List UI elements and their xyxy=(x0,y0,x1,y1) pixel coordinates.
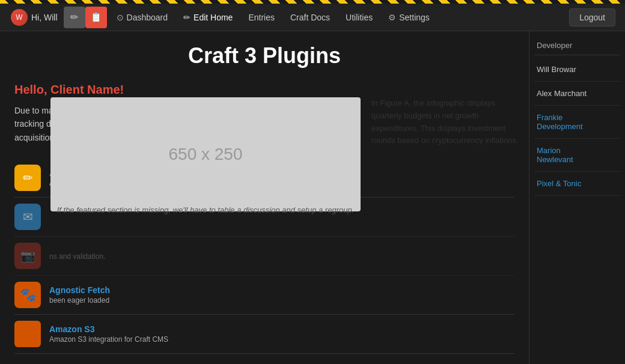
content-area: Craft 3 Plugins Hello, Client Name! Due … xyxy=(0,31,529,364)
logout-button[interactable]: Logout xyxy=(569,8,615,26)
plugin-desc-agnostic: been eager loaded xyxy=(49,296,514,305)
greeting-text: Hi, Will xyxy=(31,13,58,22)
entries-label: Entries xyxy=(248,13,275,22)
developer-name-2: Alex Marchant xyxy=(534,82,620,106)
nav-settings[interactable]: ⚙ Settings xyxy=(381,9,437,26)
dashboard-icon: ⊙ xyxy=(117,13,124,22)
nav-dashboard[interactable]: ⊙ Dashboard xyxy=(109,9,175,26)
developer-column-header: Developer xyxy=(534,36,620,55)
navbar: W Hi, Will ✏ 📋 ⊙ Dashboard ✏ Edit Home E… xyxy=(0,4,625,31)
cms-icon-btn[interactable]: 📋 xyxy=(85,7,107,28)
developer-name-3: FrankieDevelopment xyxy=(534,106,620,139)
agnostic-icon: 🐾 xyxy=(20,287,36,303)
main-content: Craft 3 Plugins Hello, Client Name! Due … xyxy=(0,31,625,364)
craft-docs-label: Craft Docs xyxy=(290,13,330,22)
right-panel: Developer Will Browar Alex Marchant Fran… xyxy=(529,31,625,364)
plugin-name-agnostic: Agnostic Fetch xyxy=(49,285,514,295)
plugin-item-amazon: Amazon S3 Amazon S3 integration for Craf… xyxy=(14,315,514,354)
plugin-desc-amazon: Amazon S3 integration for Craft CMS xyxy=(49,335,514,344)
settings-label: Settings xyxy=(399,13,430,22)
edit-home-icon: ✏ xyxy=(183,13,191,22)
plugin-icon-adminbar: ✏ xyxy=(14,165,41,191)
image-placeholder-modal: 650 x 250 xyxy=(50,97,361,211)
cms-icon: 📋 xyxy=(90,11,102,23)
plugin-item-3: 📷 ns and validation. xyxy=(14,237,514,276)
nav-utilities[interactable]: Utilities xyxy=(338,9,380,26)
edit-home-label: Edit Home xyxy=(194,13,233,22)
developer-name-1: Will Browar xyxy=(534,58,620,82)
placeholder-dimensions: 650 x 250 xyxy=(169,145,243,164)
utilities-label: Utilities xyxy=(346,13,373,22)
plugin-icon-agnostic: 🐾 xyxy=(14,282,41,308)
adminbar-icon: ✏ xyxy=(23,171,33,185)
plugin-icon-3: 📷 xyxy=(14,243,41,269)
plugin-desc-3: ns and validation. xyxy=(49,252,514,261)
greeting-heading: Hello, Client Name! xyxy=(14,83,514,97)
avatar: W xyxy=(11,9,28,26)
pencil-icon-btn[interactable]: ✏ xyxy=(64,7,85,28)
plugin-item-agnostic: 🐾 Agnostic Fetch been eager loaded xyxy=(14,276,514,315)
developer-name-5: Pixel & Tonic xyxy=(534,172,620,196)
dashboard-label: Dashboard xyxy=(127,13,168,22)
nav-entries[interactable]: Entries xyxy=(241,9,282,26)
plugin-icon-amazon xyxy=(14,321,41,347)
plugin3-icon: 📷 xyxy=(20,249,35,263)
plugin-info-amazon: Amazon S3 Amazon S3 integration for Craf… xyxy=(49,324,514,344)
developer-name-4: MarionNewlevant xyxy=(534,139,620,172)
italic-caption: If the featured section is missing, we'l… xyxy=(50,205,361,214)
plugin-name-amazon: Amazon S3 xyxy=(49,324,514,334)
settings-icon: ⚙ xyxy=(388,13,396,22)
user-greeting: W Hi, Will xyxy=(5,5,64,29)
plugin-icon-2: ✉ xyxy=(14,204,41,230)
nav-links: ⊙ Dashboard ✏ Edit Home Entries Craft Do… xyxy=(109,9,437,26)
plugin-info-3: ns and validation. xyxy=(49,251,514,261)
plugin-info-agnostic: Agnostic Fetch been eager loaded xyxy=(49,285,514,305)
nav-edit-home[interactable]: ✏ Edit Home xyxy=(176,9,240,26)
plugin-info-2 xyxy=(49,216,514,217)
nav-craft-docs[interactable]: Craft Docs xyxy=(283,9,337,26)
plugin2-icon: ✉ xyxy=(23,210,33,224)
caption-text: In Figure A, the infographic displays qu… xyxy=(371,97,528,147)
pencil-icon: ✏ xyxy=(70,11,78,23)
page-title: Craft 3 Plugins xyxy=(14,43,514,68)
